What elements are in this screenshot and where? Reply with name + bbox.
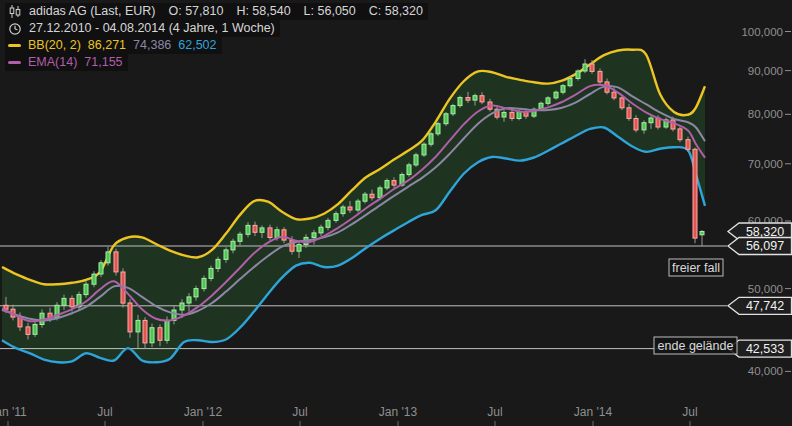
- candle-up: [33, 324, 37, 334]
- candle-up: [187, 297, 191, 303]
- candle-up: [356, 201, 360, 210]
- candle-down: [590, 64, 594, 71]
- candle-up: [136, 320, 140, 332]
- ema-label: EMA(14): [28, 55, 77, 70]
- candle-up: [451, 106, 455, 114]
- candle-up: [275, 230, 279, 238]
- clock-icon: [8, 22, 22, 36]
- candle-up: [568, 79, 572, 86]
- candle-down: [634, 119, 638, 130]
- close-value: 58,320: [385, 4, 423, 18]
- level-price-tag-label: 47,742: [746, 299, 784, 313]
- candle-up: [150, 328, 154, 343]
- candle-down: [70, 298, 74, 307]
- candle-up: [334, 214, 338, 221]
- candle-up: [246, 225, 250, 234]
- candle-down: [158, 328, 162, 341]
- candle-up: [436, 124, 440, 134]
- candle-up: [363, 194, 367, 201]
- low-label: L:: [304, 4, 314, 18]
- candle-down: [678, 129, 682, 140]
- candle-up: [194, 289, 198, 297]
- candle-down: [143, 320, 147, 343]
- open-value: 57,810: [185, 4, 223, 18]
- ema-line-swatch: [8, 61, 21, 64]
- candle-up: [649, 118, 653, 123]
- candle-down: [26, 327, 30, 335]
- bb-label: BB(20, 2): [28, 38, 81, 53]
- candle-up: [444, 114, 448, 124]
- candle-down: [114, 252, 118, 272]
- candle-up: [297, 245, 301, 252]
- candle-up: [238, 234, 242, 241]
- candle-up: [700, 232, 704, 235]
- chart-window: 100,00090,00080,00070,00060,00050,00040,…: [0, 0, 792, 426]
- candle-up: [378, 188, 382, 198]
- high-value: 58,540: [252, 4, 290, 18]
- last-price-tag-label: 58,320: [746, 225, 784, 239]
- annotation-text: ende gelände: [658, 339, 734, 353]
- candle-up: [583, 64, 587, 71]
- candle-down: [627, 108, 631, 119]
- candle-up: [473, 96, 477, 100]
- candle-up: [341, 207, 345, 214]
- candle-up: [202, 278, 206, 288]
- candle-down: [392, 181, 396, 186]
- y-axis-label: 100,000: [741, 26, 783, 38]
- x-axis-label: Jan '12: [184, 405, 223, 419]
- bb-line-swatch: [8, 44, 21, 47]
- y-axis-label: 90,000: [748, 65, 783, 77]
- candle-down: [693, 149, 697, 238]
- candle-up: [458, 98, 462, 106]
- y-axis-label: 70,000: [748, 158, 783, 170]
- candle-down: [4, 305, 8, 309]
- candle-up: [385, 181, 389, 188]
- candle-up: [209, 268, 213, 278]
- candle-up: [517, 112, 521, 119]
- instrument-header: adidas AG (Last, EUR) O: 57,810 H: 58,54…: [5, 3, 428, 20]
- candle-up: [99, 263, 103, 274]
- candle-down: [671, 120, 675, 129]
- candle-down: [480, 96, 484, 102]
- candle-up: [502, 112, 506, 117]
- level-price-tag-label: 56,097: [746, 239, 784, 253]
- x-axis-label: Jul: [97, 405, 112, 419]
- period-row: 27.12.2010 - 04.08.2014 (4 Jahre, 1 Woch…: [5, 20, 280, 37]
- candle-up: [576, 71, 580, 79]
- x-axis-label: Jul: [682, 405, 697, 419]
- x-axis-label: Jul: [292, 405, 307, 419]
- low-value: 56,050: [318, 4, 356, 18]
- candle-up: [231, 241, 235, 250]
- bb-middle-value: 74,386: [133, 38, 171, 53]
- candle-up: [429, 134, 433, 144]
- candle-up: [407, 165, 411, 175]
- candle-up: [546, 98, 550, 103]
- ema-legend-row[interactable]: EMA(14) 71,155: [5, 54, 128, 71]
- bb-legend-row[interactable]: BB(20, 2) 86,271 74,386 62,502: [5, 37, 222, 54]
- bollinger-band-fill: [2, 49, 705, 362]
- candle-up: [554, 92, 558, 98]
- instrument-name: adidas AG (Last, EUR): [29, 4, 155, 19]
- candle-up: [92, 274, 96, 284]
- candle-up: [165, 320, 169, 340]
- candle-down: [253, 225, 257, 232]
- candle-up: [224, 250, 228, 260]
- annotation-text: freier fall: [672, 261, 720, 275]
- candle-down: [686, 140, 690, 150]
- x-axis-label: Jan '11: [0, 405, 27, 419]
- candle-down: [282, 230, 286, 240]
- candle-up: [414, 155, 418, 165]
- y-axis-label: 80,000: [748, 108, 783, 120]
- candle-up: [180, 303, 184, 310]
- x-axis-label: Jan '13: [379, 405, 418, 419]
- candle-up: [326, 220, 330, 227]
- bb-lower-value: 62,502: [178, 38, 216, 53]
- candle-down: [466, 98, 470, 101]
- candle-up: [260, 228, 264, 232]
- candle-up: [106, 252, 110, 263]
- bb-upper-value: 86,271: [88, 38, 126, 53]
- candle-up: [216, 259, 220, 268]
- candle-down: [128, 303, 132, 332]
- period-text: 27.12.2010 - 04.08.2014 (4 Jahre, 1 Woch…: [29, 21, 275, 36]
- candle-up: [62, 298, 66, 305]
